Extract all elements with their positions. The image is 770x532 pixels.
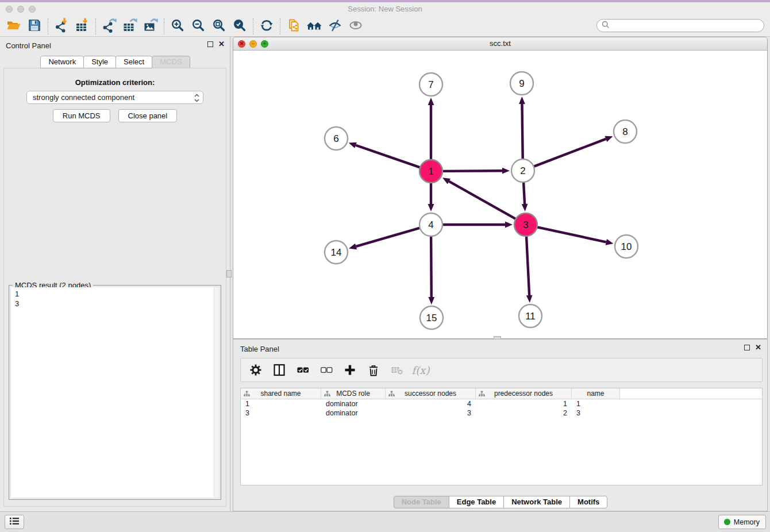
- graph-node-11[interactable]: 11: [519, 304, 542, 327]
- graph-edge-4-15[interactable]: [428, 235, 434, 304]
- close-button[interactable]: ✕: [238, 40, 245, 48]
- import-table-button[interactable]: [72, 17, 93, 36]
- search-input[interactable]: [613, 20, 764, 31]
- column-header-name[interactable]: name: [572, 388, 620, 399]
- table-tab-network-table[interactable]: Network Table: [503, 496, 570, 508]
- network-window-titlebar[interactable]: ✕ − + scc.txt: [233, 37, 767, 51]
- graph-edge-2-9[interactable]: [519, 97, 525, 160]
- gear-icon[interactable]: [249, 363, 263, 377]
- eye-button[interactable]: [345, 17, 366, 36]
- float-panel-icon[interactable]: [744, 345, 750, 350]
- graph-node-1[interactable]: 1: [419, 160, 442, 183]
- table-cell[interactable]: 1: [476, 400, 572, 408]
- plus-icon[interactable]: [343, 363, 357, 377]
- table-cell[interactable]: 3: [572, 409, 620, 417]
- graph-node-10[interactable]: 10: [615, 235, 638, 258]
- table-cell[interactable]: dominator: [321, 400, 386, 408]
- graph-edge-4-3[interactable]: [441, 222, 513, 228]
- clone-network-button[interactable]: [283, 17, 304, 36]
- graph-edge-3-1[interactable]: [442, 178, 517, 219]
- table-cell[interactable]: 1: [572, 400, 620, 408]
- table-cell[interactable]: 3: [241, 409, 321, 417]
- graph-edge-2-3[interactable]: [522, 181, 528, 211]
- export-image-button[interactable]: [140, 17, 161, 36]
- zoom-in-button[interactable]: [167, 17, 188, 36]
- export-network-button[interactable]: [99, 17, 120, 36]
- table-cell[interactable]: 2: [476, 409, 572, 417]
- houses-button[interactable]: [304, 17, 325, 36]
- close-panel-button[interactable]: Close panel: [118, 109, 178, 122]
- control-tab-select[interactable]: Select: [116, 56, 152, 68]
- table-tab-edge-table[interactable]: Edge Table: [449, 496, 504, 508]
- column-header-successor-nodes[interactable]: successor nodes: [386, 388, 476, 399]
- graph-node-3[interactable]: 3: [514, 213, 537, 236]
- table-cell[interactable]: 3: [386, 409, 476, 417]
- table-tab-node-table[interactable]: Node Table: [394, 496, 449, 508]
- zoom-fit-button[interactable]: [209, 17, 229, 36]
- graph-edge-1-7[interactable]: [428, 98, 434, 161]
- control-tab-network[interactable]: Network: [40, 56, 84, 68]
- close-panel-icon[interactable]: ✕: [755, 345, 761, 350]
- column-header-MCDS-role[interactable]: MCDS role: [321, 388, 386, 399]
- minimize-button[interactable]: [17, 6, 24, 13]
- graph-node-6[interactable]: 6: [325, 127, 348, 150]
- trash-icon[interactable]: [367, 363, 380, 377]
- delete-table-icon[interactable]: [390, 363, 404, 377]
- zoom-selected-button[interactable]: [229, 17, 250, 36]
- run-mcds-button[interactable]: Run MCDS: [53, 109, 110, 122]
- table-cell[interactable]: dominator: [321, 409, 386, 417]
- graph-node-8[interactable]: 8: [614, 120, 637, 143]
- graph-node-4[interactable]: 4: [419, 213, 442, 236]
- graph-edge-3-10[interactable]: [536, 227, 614, 245]
- eye-slash-button[interactable]: [325, 17, 345, 36]
- graph-edge-4-14[interactable]: [349, 228, 421, 249]
- table-panel-title: Table Panel: [240, 345, 279, 353]
- control-tab-style[interactable]: Style: [83, 56, 116, 68]
- table-cell[interactable]: 1: [241, 400, 321, 408]
- graph-node-9[interactable]: 9: [510, 72, 533, 95]
- deselect-all-icon[interactable]: [319, 363, 333, 377]
- zoom-out-button[interactable]: [188, 17, 209, 36]
- save-session-button[interactable]: [24, 17, 45, 36]
- mcds-result-text[interactable]: 1 3: [11, 287, 219, 498]
- graph-edge-1-6[interactable]: [349, 142, 421, 168]
- graph-node-14[interactable]: 14: [325, 241, 348, 264]
- graph-edge-2-8[interactable]: [533, 136, 613, 167]
- close-button[interactable]: [6, 6, 13, 13]
- open-session-button[interactable]: [3, 17, 24, 36]
- control-tab-mcds[interactable]: MCDS: [152, 56, 190, 68]
- network-canvas[interactable]: 7968124314101511: [233, 51, 767, 338]
- memory-button[interactable]: Memory: [718, 515, 766, 529]
- close-panel-icon[interactable]: ✕: [218, 41, 225, 47]
- table-tab-motifs[interactable]: Motifs: [569, 496, 607, 508]
- result-scrollbar[interactable]: [214, 287, 219, 498]
- table-row[interactable]: 3dominator323: [241, 408, 762, 418]
- column-header-predecessor-nodes[interactable]: predecessor nodes: [476, 388, 572, 399]
- table-row[interactable]: 1dominator411: [241, 399, 762, 408]
- table-cell[interactable]: 4: [386, 400, 476, 408]
- graph-node-7[interactable]: 7: [419, 73, 442, 96]
- float-panel-icon[interactable]: [207, 41, 213, 47]
- criterion-dropdown[interactable]: strongly connected component: [26, 91, 203, 104]
- graph-edge-3-11[interactable]: [526, 235, 533, 303]
- svg-text:15: 15: [426, 313, 437, 323]
- graph-node-2[interactable]: 2: [511, 159, 534, 182]
- zoom-button[interactable]: +: [261, 40, 268, 48]
- columns-icon[interactable]: [272, 363, 286, 377]
- column-header-shared-name[interactable]: shared name: [241, 388, 321, 399]
- memory-status-dot: [724, 519, 730, 525]
- graph-edge-1-4[interactable]: [428, 182, 434, 211]
- vertical-splitter-handle[interactable]: [226, 270, 232, 277]
- graph-node-15[interactable]: 15: [420, 306, 443, 329]
- graph-edge-1-2[interactable]: [441, 168, 510, 174]
- import-network-button[interactable]: [51, 17, 72, 36]
- export-table-button[interactable]: [120, 17, 140, 36]
- zoom-button[interactable]: [29, 6, 36, 13]
- select-all-icon[interactable]: [296, 363, 310, 377]
- minimize-button[interactable]: −: [249, 40, 257, 48]
- eye-slash-icon: [328, 18, 342, 35]
- refresh-button[interactable]: [256, 17, 277, 36]
- function-icon[interactable]: f(x): [414, 363, 428, 377]
- search-field[interactable]: [596, 19, 764, 32]
- task-history-button[interactable]: [5, 515, 24, 529]
